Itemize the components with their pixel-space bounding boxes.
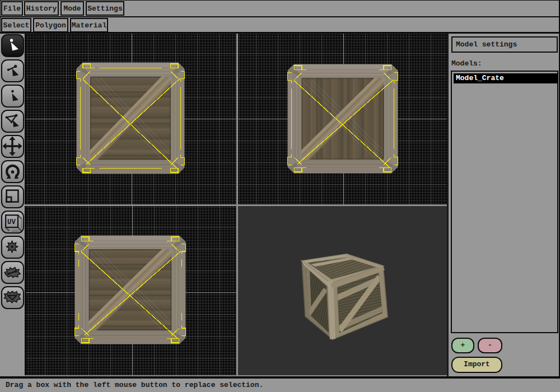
svg-text:UV: UV: [7, 218, 16, 226]
